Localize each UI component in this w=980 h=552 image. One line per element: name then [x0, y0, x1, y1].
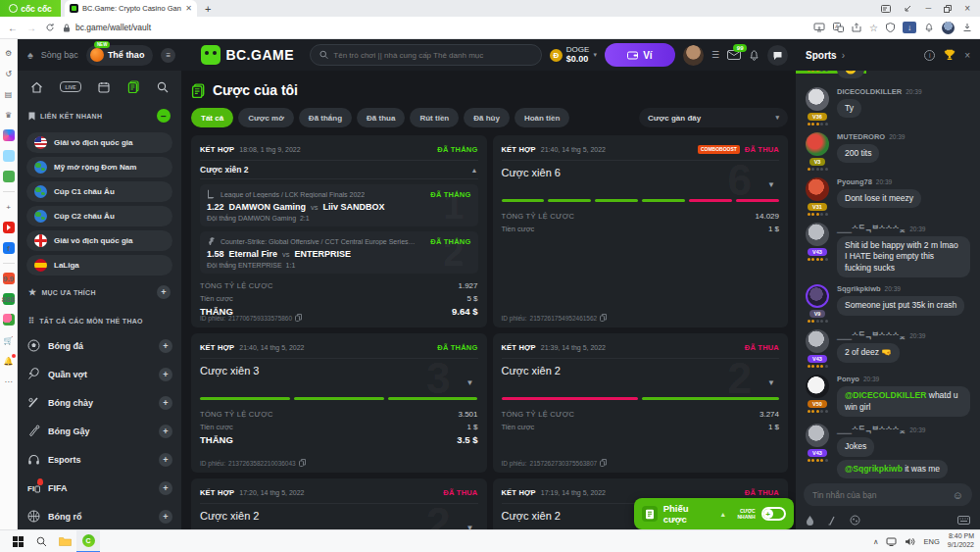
- username[interactable]: MUTEDRORO: [837, 132, 885, 141]
- filter-all[interactable]: Tất cả: [191, 108, 233, 127]
- my-bets-icon[interactable]: [127, 80, 140, 93]
- collapse-quick-links-button[interactable]: −: [157, 109, 171, 123]
- avatar[interactable]: [806, 329, 829, 353]
- network-icon[interactable]: [886, 537, 897, 546]
- facebook-icon[interactable]: f: [3, 242, 15, 254]
- expand-football-button[interactable]: +: [159, 339, 172, 353]
- bet-name-toggle[interactable]: Cược xiên 2▲: [200, 160, 478, 179]
- username[interactable]: Pyoung78: [837, 177, 872, 186]
- username[interactable]: ＿＿ᄉᄃᆨᄇᄉᄉᄉᆽ: [837, 223, 906, 233]
- back-button[interactable]: ←: [8, 23, 18, 33]
- bookmark-star-icon[interactable]: ☆: [869, 23, 878, 33]
- restore-button[interactable]: [944, 5, 952, 13]
- settings-gear-icon[interactable]: ⚙: [3, 47, 15, 59]
- schedule-calendar-icon[interactable]: [98, 81, 110, 93]
- balance-selector[interactable]: Đ DOGE$0.00 ▾: [550, 45, 597, 65]
- shopping-cart-icon[interactable]: 🛒: [3, 334, 15, 346]
- flower-shop-icon[interactable]: [3, 314, 15, 326]
- share-icon[interactable]: [852, 23, 861, 32]
- search-input[interactable]: [333, 51, 532, 60]
- quick-link-item[interactable]: Giải vô địch quốc gia: [26, 132, 172, 153]
- mode-toggle-icon[interactable]: ≡: [161, 48, 175, 63]
- avatar[interactable]: [806, 375, 829, 398]
- expand-baseball-button[interactable]: +: [159, 396, 172, 410]
- copy-icon[interactable]: [295, 314, 302, 322]
- bet-name-toggle[interactable]: Cược xiên 6 6 ▼: [502, 160, 780, 197]
- sidebar-search-icon[interactable]: [157, 81, 169, 93]
- avatar[interactable]: [806, 284, 829, 308]
- chat-toggle-button[interactable]: [767, 45, 788, 66]
- lottery-icon[interactable]: 888: [3, 293, 15, 305]
- casino-tab-label[interactable]: Sòng bạc: [41, 50, 78, 60]
- filter-cashout[interactable]: Rút tiền: [410, 108, 459, 127]
- expand-tennis-button[interactable]: +: [159, 368, 172, 381]
- quick-link-item[interactable]: Mỹ mở rộng Đơn Nam: [26, 157, 172, 177]
- reading-mode-icon[interactable]: [881, 5, 891, 13]
- username[interactable]: Sqgrikpkiwb: [837, 284, 881, 293]
- translate-icon[interactable]: A: [833, 23, 844, 32]
- filter-open[interactable]: Cược mở: [238, 108, 294, 127]
- shopee-icon[interactable]: 9.9: [3, 273, 15, 284]
- tab-close-icon[interactable]: ✕: [185, 4, 192, 13]
- minimize-button[interactable]: ─: [925, 4, 931, 13]
- chevron-right-icon[interactable]: ›: [842, 50, 845, 61]
- expand-cricket-button[interactable]: +: [159, 425, 172, 438]
- taskbar-clock[interactable]: 8:40 PM9/1/2022: [948, 532, 974, 550]
- reload-button[interactable]: [45, 23, 55, 32]
- avatar[interactable]: [806, 424, 829, 447]
- avatar[interactable]: [806, 177, 829, 201]
- adblock-shield-icon[interactable]: [886, 23, 895, 32]
- sidebar-item-football[interactable]: Bóng đá+: [26, 331, 172, 360]
- download-arrow-icon[interactable]: [904, 5, 912, 13]
- more-dots-icon[interactable]: ⋯: [3, 376, 15, 387]
- sidebar-item-esports[interactable]: Esports+: [26, 445, 172, 474]
- bet-name-toggle[interactable]: Cược xiên 2 2 ▼: [200, 503, 478, 529]
- volume-icon[interactable]: [905, 537, 915, 546]
- bcgame-logo[interactable]: BC.GAME: [201, 45, 294, 65]
- sidebar-item-cricket[interactable]: Bóng Gậy+: [26, 417, 172, 445]
- bet-name-toggle[interactable]: Cược xiên 2 2 ▼: [502, 358, 780, 395]
- quick-bet-toggle[interactable]: +: [761, 507, 786, 521]
- youtube-icon[interactable]: [3, 222, 15, 233]
- downloads-tray-icon[interactable]: [962, 23, 972, 32]
- send-to-device-icon[interactable]: [813, 23, 825, 32]
- keyboard-icon[interactable]: [957, 516, 970, 525]
- live-icon[interactable]: LIVE: [60, 81, 80, 92]
- copy-icon[interactable]: [299, 459, 306, 467]
- quick-link-item[interactable]: Giải vô địch quốc gia: [26, 230, 172, 251]
- notification-bell-icon[interactable]: [924, 23, 934, 32]
- sidebar-item-baseball[interactable]: Bóng chày+: [26, 388, 172, 417]
- emoji-picker-icon[interactable]: ☺: [953, 489, 963, 501]
- home-icon[interactable]: [30, 81, 43, 93]
- casino-spade-icon[interactable]: ♠: [27, 49, 33, 61]
- newsfeed-icon[interactable]: ▤: [3, 88, 15, 100]
- expand-basketball-button[interactable]: +: [159, 510, 172, 524]
- quick-link-item[interactable]: Cúp C1 châu Âu: [26, 181, 172, 202]
- messenger-icon[interactable]: [3, 129, 15, 141]
- avatar[interactable]: [806, 87, 829, 111]
- username[interactable]: Ponyo: [837, 375, 859, 383]
- start-button[interactable]: [6, 530, 29, 552]
- trophy-icon[interactable]: [944, 49, 956, 61]
- add-shortcut-icon[interactable]: +: [3, 201, 15, 213]
- game-search[interactable]: [310, 44, 542, 66]
- messages-icon[interactable]: 99: [727, 50, 741, 60]
- close-chat-icon[interactable]: ×: [964, 50, 970, 61]
- coccoc-taskbar-icon[interactable]: C: [76, 530, 100, 552]
- betslip-button[interactable]: Phiếu cược ▲ CƯỢC NHANH +: [634, 498, 794, 529]
- filter-refund[interactable]: Hoàn tiền: [514, 108, 569, 127]
- expand-esports-button[interactable]: +: [159, 453, 172, 467]
- avatar[interactable]: [806, 132, 829, 156]
- bet-name-toggle[interactable]: Cược xiên 3 3 ▼: [200, 358, 478, 395]
- sports-tab[interactable]: NEW Thể thao: [86, 45, 154, 66]
- chat-message-input[interactable]: [812, 490, 948, 500]
- taskbar-search-icon[interactable]: [29, 530, 53, 552]
- username[interactable]: ＿＿ᄉᄃᆨᄇᄉᄉᄉᆽ: [837, 424, 906, 434]
- user-mention[interactable]: @Sqgrikpkiwb: [845, 464, 903, 474]
- sidebar-item-basketball[interactable]: Bóng rổ+: [26, 502, 172, 529]
- avatar[interactable]: [806, 223, 829, 246]
- slash-command-icon[interactable]: [827, 516, 837, 526]
- coccoc-menu-button[interactable]: cốc cốc: [0, 0, 61, 17]
- quick-link-item[interactable]: LaLiga: [26, 255, 172, 276]
- language-indicator[interactable]: ENG: [923, 537, 939, 546]
